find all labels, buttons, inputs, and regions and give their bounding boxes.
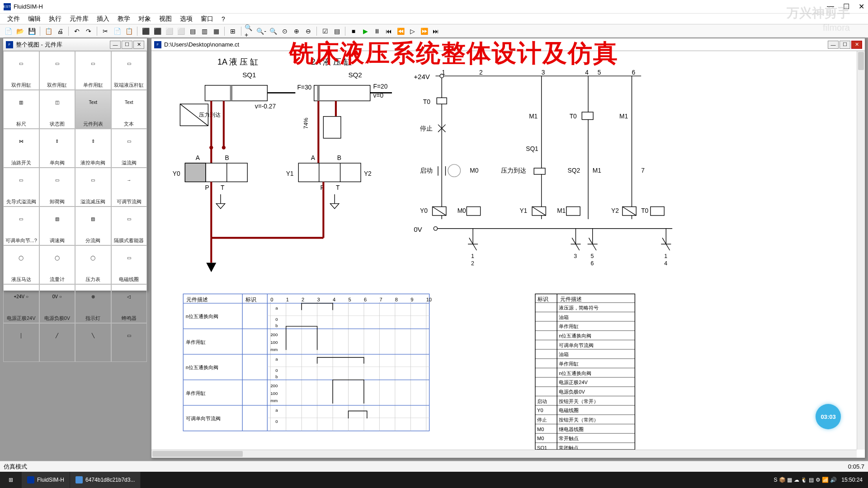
menu-对象[interactable]: 对象 [135, 14, 155, 24]
toolbar-btn-8-5[interactable]: ▷ [407, 26, 418, 37]
horizontal-scrollbar[interactable] [151, 450, 857, 458]
toolbar-btn-6-0[interactable]: 🔍+ [244, 26, 255, 37]
toolbar-btn-0-2[interactable]: 💾 [26, 26, 37, 37]
toolbar-btn-6-1[interactable]: 🔍- [256, 26, 267, 37]
toolbar-btn-6-3[interactable]: ⊙ [279, 26, 290, 37]
toolbar-btn-2-0[interactable]: ↶ [71, 26, 82, 37]
vertical-scrollbar[interactable] [857, 51, 865, 450]
toolbar-btn-4-3[interactable]: ⬜ [175, 26, 186, 37]
svg-text:mm: mm [270, 347, 278, 352]
canvas-max-button[interactable]: ☐ [840, 41, 850, 49]
lib-cell-17[interactable]: ▧调速阀 [39, 206, 75, 245]
svg-text:单作用缸: 单作用缸 [559, 361, 579, 366]
lib-cell-4[interactable]: ▥标尺 [3, 90, 39, 129]
lib-cell-0[interactable]: ▭双作用缸 [3, 51, 39, 90]
maximize-button[interactable]: ☐ [843, 2, 849, 11]
lib-cell-27[interactable]: ◁蜂鸣器 [111, 284, 147, 323]
toolbar-btn-3-1[interactable]: 📄 [112, 26, 123, 37]
toolbar-btn-4-6[interactable]: ▦ [211, 26, 222, 37]
menu-执行[interactable]: 执行 [45, 14, 65, 24]
lib-cell-26[interactable]: ⊗指示灯 [75, 284, 111, 323]
menu-窗口[interactable]: 窗口 [197, 14, 217, 24]
lib-cell-30[interactable]: ╲ [75, 323, 111, 362]
taskbar-item-0[interactable]: FluidSIM-H [22, 472, 70, 488]
toolbar-btn-1-1[interactable]: 🖨 [55, 26, 66, 37]
menu-文件[interactable]: 文件 [4, 14, 24, 24]
svg-text:M1: M1 [557, 207, 566, 214]
lib-cell-14[interactable]: ▭溢流减压阀 [75, 168, 111, 206]
lib-cell-8[interactable]: ⋈油路开关 [3, 129, 39, 168]
taskbar-item-1[interactable]: 6474b1d8c21b7d3... [70, 472, 141, 488]
lib-cell-29[interactable]: ╱ [39, 323, 75, 362]
toolbar-btn-4-1[interactable]: ⬛ [152, 26, 163, 37]
lib-max-button[interactable]: ☐ [122, 41, 132, 49]
canvas-close-button[interactable]: ✕ [851, 41, 862, 49]
menu-元件库[interactable]: 元件库 [66, 14, 92, 24]
svg-text:6: 6 [364, 297, 367, 302]
lib-cell-2[interactable]: ▭单作用缸 [75, 51, 111, 90]
lib-cell-31[interactable]: ▭ [111, 323, 147, 362]
toolbar-btn-6-4[interactable]: ⊕ [291, 26, 302, 37]
lib-cell-16[interactable]: ▭可调单向节...? [3, 206, 39, 245]
toolbar-btn-4-0[interactable]: ⬛ [140, 26, 151, 37]
lib-cell-20[interactable]: ◯液压马达 [3, 245, 39, 284]
lib-cell-21[interactable]: ◯流量计 [39, 245, 75, 284]
canvas-area[interactable]: 1A 液 压 缸 2A 液 压 缸 SQ1 SQ2 F=30 v=-0.27 F… [151, 51, 857, 450]
toolbar-btn-6-5[interactable]: ⊖ [303, 26, 314, 37]
lib-cell-11[interactable]: ▭溢流阀 [111, 129, 147, 168]
lib-cell-22[interactable]: ◯压力表 [75, 245, 111, 284]
toolbar-btn-8-1[interactable]: ▶ [360, 26, 371, 37]
svg-text:200: 200 [270, 332, 278, 337]
toolbar-btn-3-2[interactable]: 📋 [123, 26, 134, 37]
toolbar-btn-0-1[interactable]: 📂 [14, 26, 25, 37]
canvas-min-button[interactable]: — [828, 41, 839, 49]
toolbar-btn-7-1[interactable]: ▤ [331, 26, 342, 37]
menu-插入[interactable]: 插入 [93, 14, 113, 24]
close-button[interactable]: ✕ [859, 2, 864, 11]
lib-min-button[interactable]: — [110, 41, 121, 49]
lib-cell-23[interactable]: ▭电磁线圈 [111, 245, 147, 284]
lib-cell-18[interactable]: ▨分流阀 [75, 206, 111, 245]
menubar: 文件编辑执行元件库插入教学对象视图选项窗口? [0, 14, 868, 24]
toolbar-btn-8-7[interactable]: ⏭ [430, 26, 441, 37]
toolbar-btn-4-2[interactable]: ⬜ [164, 26, 175, 37]
toolbar-btn-7-0[interactable]: ☑ [320, 26, 330, 37]
lib-cell-24[interactable]: +24V ○电源正极24V [3, 284, 39, 323]
lib-cell-10[interactable]: ⇕液控单向阀 [75, 129, 111, 168]
toolbar-btn-6-2[interactable]: 🔍 [268, 26, 278, 37]
lib-cell-12[interactable]: ▭先导式溢流阀 [3, 168, 39, 206]
lib-cell-7[interactable]: Text文本 [111, 90, 147, 129]
toolbar-btn-3-0[interactable]: ✂ [100, 26, 111, 37]
menu-?[interactable]: ? [218, 14, 229, 23]
toolbar-btn-8-0[interactable]: ■ [348, 26, 359, 37]
minimize-button[interactable]: — [827, 2, 834, 11]
lib-cell-9[interactable]: ⇕单向阀 [39, 129, 75, 168]
lib-cell-13[interactable]: ▭卸荷阀 [39, 168, 75, 206]
menu-选项[interactable]: 选项 [176, 14, 196, 24]
svg-text:M0: M0 [470, 167, 478, 174]
lib-cell-6[interactable]: Text元件列表 [75, 90, 111, 129]
lib-cell-25[interactable]: 0V ○电源负极0V [39, 284, 75, 323]
toolbar-btn-8-6[interactable]: ⏩ [419, 26, 429, 37]
lib-cell-19[interactable]: ▭隔膜式蓄能器 [111, 206, 147, 245]
toolbar-btn-1-0[interactable]: 📋 [43, 26, 54, 37]
toolbar-btn-4-4[interactable]: ▤ [187, 26, 198, 37]
toolbar-btn-5-0[interactable]: ⊞ [227, 26, 238, 37]
start-button[interactable]: ⊞ [0, 472, 22, 488]
toolbar-btn-2-1[interactable]: ↷ [83, 26, 94, 37]
toolbar-btn-8-3[interactable]: ⏮ [383, 26, 394, 37]
toolbar-btn-8-4[interactable]: ⏪ [395, 26, 406, 37]
lib-cell-1[interactable]: ▭双作用缸 [39, 51, 75, 90]
lib-cell-5[interactable]: ◫状态图 [39, 90, 75, 129]
toolbar-btn-0-0[interactable]: 📄 [3, 26, 14, 37]
lib-close-button[interactable]: ✕ [133, 41, 144, 49]
toolbar-btn-8-2[interactable]: ⏸ [372, 26, 382, 37]
lib-cell-3[interactable]: ▭双端液压杆缸 [111, 51, 147, 90]
toolbar-btn-4-5[interactable]: ▥ [199, 26, 210, 37]
lib-cell-28[interactable]: │ [3, 323, 39, 362]
menu-教学[interactable]: 教学 [114, 14, 134, 24]
menu-编辑[interactable]: 编辑 [24, 14, 44, 24]
tray-icons[interactable]: S 📦 ▦ ☁ 🐧 ▤ ⚙ 📶 🔊 [774, 477, 837, 483]
lib-cell-15[interactable]: →可调节流阀 [111, 168, 147, 206]
menu-视图[interactable]: 视图 [156, 14, 175, 24]
